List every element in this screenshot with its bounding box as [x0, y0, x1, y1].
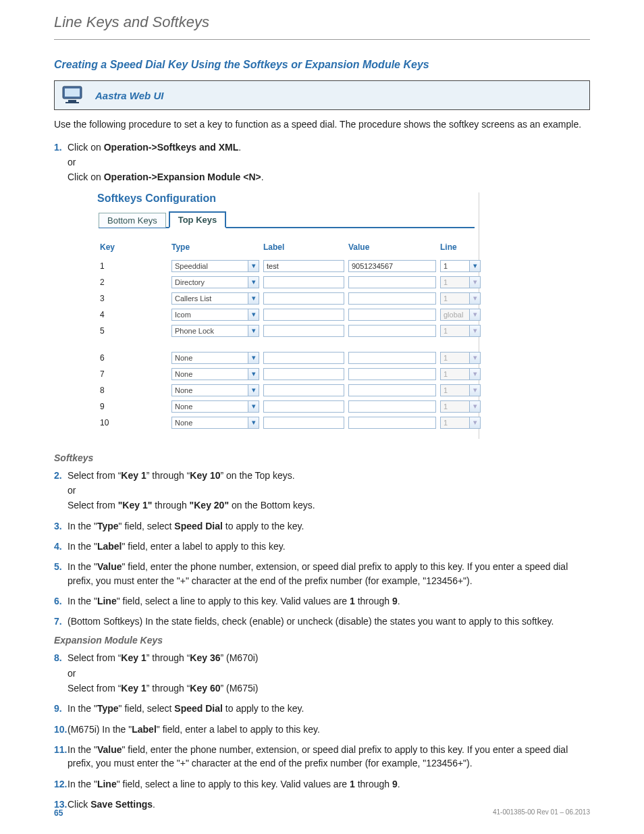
type-select[interactable]: Speeddial▾ [171, 260, 259, 272]
type-select[interactable]: None▾ [171, 352, 259, 364]
chevron-down-icon: ▾ [469, 293, 480, 304]
step-7: 7. (Bottom Softkeys) In the state fields… [54, 615, 590, 628]
label-input[interactable]: test [263, 260, 344, 272]
grid-row: 3Callers List▾1▾ [99, 290, 475, 307]
type-select[interactable]: Phone Lock▾ [171, 325, 259, 337]
page-header: Line Keys and Softkeys [54, 14, 590, 40]
chevron-down-icon: ▾ [248, 277, 259, 288]
type-select[interactable]: Callers List▾ [171, 292, 259, 305]
value-input[interactable] [348, 309, 436, 321]
softkeys-subheading: Softkeys [54, 452, 590, 463]
cell-key: 2 [100, 278, 167, 287]
col-type: Type [171, 242, 259, 252]
step-2: 2. Select from “Key 1” through “Key 10” … [54, 469, 590, 513]
step-9: 9. In the "Type" field, select Speed Dia… [54, 702, 590, 715]
step-6: 6. In the "Line" field, select a line to… [54, 594, 590, 608]
step-number: 1. [54, 140, 62, 154]
value-input[interactable] [348, 352, 436, 364]
intro-paragraph: Use the following procedure to set a key… [54, 118, 590, 131]
label-input[interactable] [263, 352, 344, 364]
chevron-down-icon: ▾ [248, 309, 259, 320]
cell-key: 4 [100, 310, 167, 319]
line-select: 1▾ [440, 276, 481, 288]
value-input[interactable] [348, 384, 436, 396]
step-12: 12. In the "Line" field, select a line t… [54, 777, 590, 791]
section-title: Creating a Speed Dial Key Using the Soft… [54, 59, 590, 71]
grid-header: Key Type Label Value Line [99, 240, 475, 258]
type-select[interactable]: None▾ [171, 400, 259, 413]
line-select: 1▾ [440, 384, 481, 396]
label-input[interactable] [263, 276, 344, 288]
grid-row: 2Directory▾1▾ [99, 274, 475, 290]
tab-bottom-keys[interactable]: Bottom Keys [99, 213, 166, 228]
chevron-down-icon: ▾ [248, 369, 259, 380]
grid-row: 8None▾1▾ [99, 382, 475, 398]
type-select[interactable]: None▾ [171, 417, 259, 429]
step-5: 5. In the "Value" field, enter the phone… [54, 560, 590, 588]
type-select[interactable]: Directory▾ [171, 276, 259, 288]
line-select: 1▾ [440, 325, 481, 337]
label-input[interactable] [263, 384, 344, 396]
cell-key: 10 [100, 418, 167, 427]
line-select: 1▾ [440, 368, 481, 380]
value-input[interactable] [348, 400, 436, 413]
type-select[interactable]: None▾ [171, 384, 259, 396]
step-3: 3. In the "Type" field, select Speed Dia… [54, 519, 590, 533]
page-number: 65 [54, 808, 63, 818]
grid-row: 9None▾1▾ [99, 398, 475, 415]
softkeys-grid: Key Type Label Value Line 1Speeddial▾tes… [99, 240, 475, 431]
chevron-down-icon: ▾ [469, 261, 480, 271]
type-select[interactable]: None▾ [171, 368, 259, 380]
cell-key: 5 [100, 326, 167, 336]
value-input[interactable]: 9051234567 [348, 260, 436, 272]
chevron-down-icon: ▾ [469, 325, 480, 336]
tab-top-keys[interactable]: Top Keys [169, 211, 227, 228]
grid-row: 6None▾1▾ [99, 350, 475, 366]
grid-row: 10None▾1▾ [99, 415, 475, 431]
svg-rect-2 [68, 100, 76, 102]
revision-text: 41-001385-00 Rev 01 – 06.2013 [493, 808, 590, 818]
label-input[interactable] [263, 368, 344, 380]
softkeys-config-title: Softkeys Configuration [97, 192, 479, 205]
chevron-down-icon: ▾ [469, 417, 480, 428]
step-4: 4. In the "Label" field, enter a label t… [54, 540, 590, 553]
chevron-down-icon: ▾ [248, 417, 259, 428]
line-select: 1▾ [440, 292, 481, 305]
line-select: 1▾ [440, 400, 481, 413]
label-input[interactable] [263, 417, 344, 429]
softkeys-config-screenshot: Softkeys Configuration Bottom Keys Top K… [95, 192, 479, 439]
chevron-down-icon: ▾ [469, 309, 480, 320]
cell-key: 1 [100, 261, 167, 271]
col-value: Value [348, 242, 436, 252]
chevron-down-icon: ▾ [469, 401, 480, 412]
tabs: Bottom Keys Top Keys [99, 210, 475, 228]
type-select[interactable]: Icom▾ [171, 309, 259, 321]
monitor-icon [61, 85, 86, 105]
chevron-down-icon: ▾ [248, 261, 259, 271]
label-input[interactable] [263, 325, 344, 337]
value-input[interactable] [348, 276, 436, 288]
grid-row: 5Phone Lock▾1▾ [99, 323, 475, 339]
step-1: 1. Click on Operation->Softkeys and XML.… [54, 140, 590, 184]
callout-title: Aastra Web UI [95, 90, 163, 101]
chevron-down-icon: ▾ [469, 353, 480, 363]
label-input[interactable] [263, 292, 344, 305]
chevron-down-icon: ▾ [248, 353, 259, 363]
chevron-down-icon: ▾ [469, 369, 480, 380]
value-input[interactable] [348, 325, 436, 337]
label-input[interactable] [263, 309, 344, 321]
col-label: Label [263, 242, 344, 252]
chevron-down-icon: ▾ [248, 401, 259, 412]
value-input[interactable] [348, 292, 436, 305]
value-input[interactable] [348, 417, 436, 429]
label-input[interactable] [263, 400, 344, 413]
cell-key: 3 [100, 294, 167, 303]
value-input[interactable] [348, 368, 436, 380]
chevron-down-icon: ▾ [248, 293, 259, 304]
line-select[interactable]: 1▾ [440, 260, 481, 272]
chevron-down-icon: ▾ [248, 385, 259, 396]
step-8: 8. Select from “Key 1” through “Key 36” … [54, 651, 590, 695]
callout-aastra-web-ui: Aastra Web UI [54, 80, 590, 110]
col-line: Line [440, 242, 481, 252]
col-key: Key [100, 242, 167, 252]
